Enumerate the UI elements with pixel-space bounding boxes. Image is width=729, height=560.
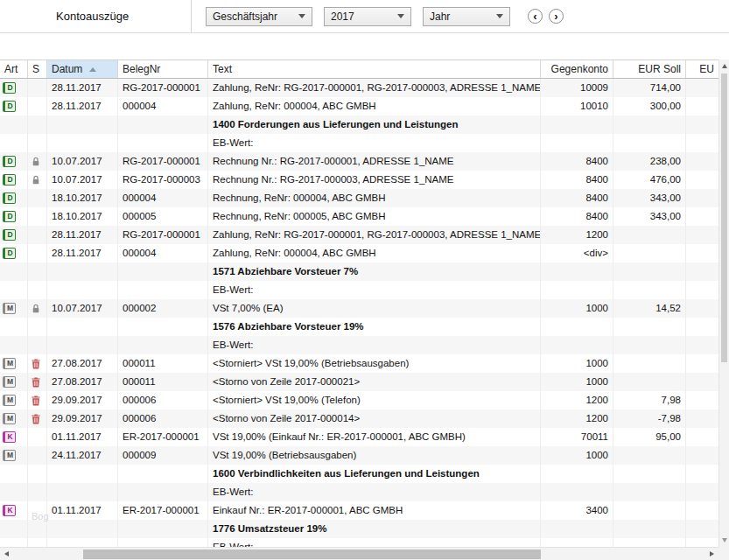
column-header-gegen[interactable]: Gegenkonto xyxy=(541,60,613,78)
horizontal-scroll-thumb[interactable] xyxy=(83,550,541,559)
cell-s xyxy=(28,244,47,262)
lock-icon xyxy=(32,175,40,185)
cell-eur-soll xyxy=(613,318,686,336)
table-row[interactable]: M29.09.2017000006<Storniert> VSt 19,00% … xyxy=(0,391,718,410)
cell-gegenkonto: 1000 xyxy=(541,373,613,391)
cell-text: Zahlung, ReNr: RG-2017-000001, RG-2017-0… xyxy=(208,79,541,97)
cell-datum: 18.10.2017 xyxy=(47,207,118,226)
sort-asc-icon xyxy=(89,67,96,72)
arrow-down-icon xyxy=(722,538,727,542)
cell-s xyxy=(28,318,47,336)
group-row[interactable]: 1400 Forderungen aus Lieferungen und Lei… xyxy=(0,116,718,134)
cell-text: 1600 Verbindlichkeiten aus Lieferungen u… xyxy=(208,465,541,483)
table-body: D28.11.2017RG-2017-000001Zahlung, ReNr: … xyxy=(0,79,718,547)
cell-belegnr: 000006 xyxy=(118,410,208,428)
vertical-scrollbar[interactable] xyxy=(718,60,729,547)
eb-row[interactable]: EB-Wert: xyxy=(0,483,718,501)
vertical-scroll-thumb[interactable] xyxy=(721,74,727,362)
column-header-label: EU xyxy=(699,63,714,75)
cell-datum: 27.08.2017 xyxy=(47,373,118,391)
column-header-label: Gegenkonto xyxy=(551,63,608,75)
cell-eur-haben xyxy=(686,318,718,336)
cell-s xyxy=(28,189,47,207)
next-period-button[interactable]: › xyxy=(549,9,564,24)
column-header-soll[interactable]: EUR Soll xyxy=(613,60,686,78)
table-row[interactable]: M27.08.2017000011<Storniert> VSt 19,00% … xyxy=(0,354,718,373)
group-row[interactable]: 1576 Abziehbare Vorsteuer 19% xyxy=(0,318,718,336)
cell-eur-haben xyxy=(686,299,718,318)
period-dropdown[interactable]: Jahr xyxy=(423,7,510,26)
cell-gegenkonto: 10009 xyxy=(541,79,613,97)
table-row[interactable]: D18.10.2017000005Rechnung, ReNr: 000005,… xyxy=(0,207,718,226)
art-m-icon: M xyxy=(3,358,16,369)
cell-belegnr xyxy=(118,483,208,501)
cell-eur-haben xyxy=(686,244,718,262)
art-k-icon: K xyxy=(3,431,16,443)
column-header-beleg[interactable]: BelegNr xyxy=(118,60,208,78)
eb-row[interactable]: EB-Wert: xyxy=(0,538,718,547)
scroll-left-button[interactable] xyxy=(0,548,13,560)
table-row[interactable]: M29.09.2017000006<Storno von Zeile 2017-… xyxy=(0,410,718,428)
previous-period-button[interactable]: ‹ xyxy=(528,9,543,24)
column-header-haben[interactable]: EU xyxy=(686,60,718,78)
table-row[interactable]: M24.11.2017000009VSt 19,00% (Betriebsaus… xyxy=(0,446,718,465)
cell-datum xyxy=(47,538,118,547)
cell-belegnr: 000005 xyxy=(118,207,208,226)
cell-text: Zahlung, ReNr: RG-2017-000001, RG-2017-0… xyxy=(208,226,541,244)
eb-row[interactable]: EB-Wert: xyxy=(0,134,718,152)
scroll-down-button[interactable] xyxy=(719,535,729,546)
cell-art: M xyxy=(0,446,28,465)
table-row[interactable]: D28.11.2017RG-2017-000001Zahlung, ReNr: … xyxy=(0,226,718,244)
table-row[interactable]: D10.07.2017RG-2017-000003Rechnung Nr.: R… xyxy=(0,171,718,189)
cell-datum xyxy=(47,483,118,501)
cell-belegnr: 000011 xyxy=(118,354,208,373)
cell-eur-haben xyxy=(686,97,718,116)
cell-datum: 10.07.2017 xyxy=(47,171,118,189)
table-row[interactable]: D18.10.2017000004Rechnung, ReNr: 000004,… xyxy=(0,189,718,207)
scroll-up-button[interactable] xyxy=(719,60,729,72)
cell-eur-haben xyxy=(686,336,718,354)
cell-gegenkonto xyxy=(541,538,613,547)
table-row[interactable]: D28.11.2017000004Zahlung, ReNr: 000004, … xyxy=(0,97,718,116)
cell-art: D xyxy=(0,152,28,171)
horizontal-scrollbar[interactable] xyxy=(0,547,718,560)
cell-art: D xyxy=(0,171,28,189)
art-d-icon: D xyxy=(3,248,16,259)
cell-art: D xyxy=(0,79,28,97)
filter-bar: Geschäftsjahr 2017 Jahr ‹ › xyxy=(191,0,564,32)
year-dropdown[interactable]: 2017 xyxy=(324,7,411,26)
chevron-down-icon xyxy=(298,14,305,18)
table-row[interactable]: K01.11.2017ER-2017-000001VSt 19,00% (Ein… xyxy=(0,428,718,446)
cell-datum xyxy=(47,318,118,336)
geschaeftsjahr-dropdown[interactable]: Geschäftsjahr xyxy=(206,7,312,26)
column-header-s[interactable]: S xyxy=(28,60,47,78)
group-row[interactable]: 1776 Umsatzsteuer 19% xyxy=(0,520,718,538)
cell-art xyxy=(0,465,28,483)
cell-gegenkonto xyxy=(541,483,613,501)
cell-datum: 28.11.2017 xyxy=(47,244,118,262)
column-header-text[interactable]: Text xyxy=(208,60,541,78)
cell-belegnr: 000011 xyxy=(118,373,208,391)
cell-art xyxy=(0,538,28,547)
eb-row[interactable]: EB-Wert: xyxy=(0,281,718,299)
cell-text: EB-Wert: xyxy=(208,538,541,547)
cell-datum xyxy=(47,281,118,299)
art-m-icon: M xyxy=(3,413,16,424)
group-row[interactable]: 1571 Abziehbare Vorsteuer 7% xyxy=(0,262,718,281)
table-row[interactable]: K01.11.2017ER-2017-000001Einkauf Nr.: ER… xyxy=(0,501,718,520)
eb-row[interactable]: EB-Wert: xyxy=(0,336,718,354)
cell-gegenkonto xyxy=(541,134,613,152)
group-row[interactable]: 1600 Verbindlichkeiten aus Lieferungen u… xyxy=(0,465,718,483)
column-header-art[interactable]: Art xyxy=(0,60,28,78)
scroll-right-button[interactable] xyxy=(705,548,718,560)
table-row[interactable]: D28.11.2017000004Zahlung, ReNr: 000004, … xyxy=(0,244,718,262)
table-row[interactable]: D28.11.2017RG-2017-000001Zahlung, ReNr: … xyxy=(0,79,718,97)
cell-eur-haben xyxy=(686,501,718,520)
table-row[interactable]: M10.07.2017000002VSt 7,00% (EA)100014,52 xyxy=(0,299,718,318)
cell-datum: 01.11.2017 xyxy=(47,501,118,520)
art-d-icon: D xyxy=(3,229,16,241)
cell-art: D xyxy=(0,207,28,226)
table-row[interactable]: D10.07.2017RG-2017-000001Rechnung Nr.: R… xyxy=(0,152,718,171)
column-header-datum[interactable]: Datum xyxy=(47,60,118,78)
table-row[interactable]: M27.08.2017000011<Storno von Zeile 2017-… xyxy=(0,373,718,391)
